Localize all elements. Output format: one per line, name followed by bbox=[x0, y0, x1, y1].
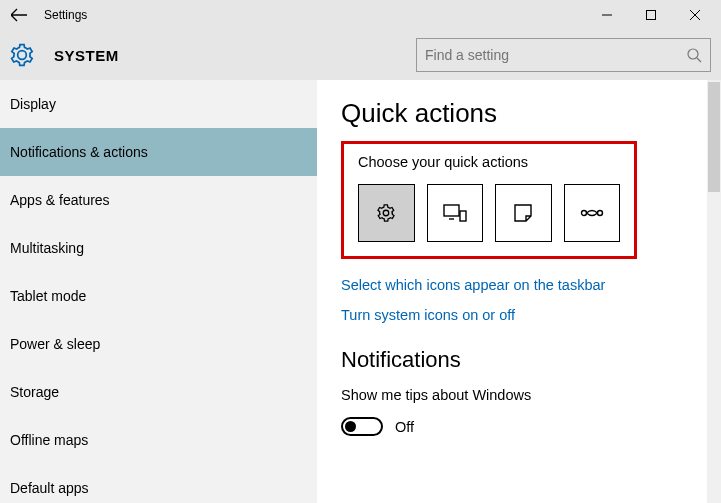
search-input[interactable] bbox=[425, 47, 686, 63]
sidebar-item-default-apps[interactable]: Default apps bbox=[0, 464, 317, 503]
window-title: Settings bbox=[44, 8, 87, 22]
svg-point-1 bbox=[688, 49, 698, 59]
sidebar-item-label: Notifications & actions bbox=[10, 144, 148, 160]
arrow-left-icon bbox=[11, 7, 27, 23]
maximize-button[interactable] bbox=[629, 0, 673, 30]
gear-icon bbox=[375, 202, 397, 224]
sidebar-item-label: Tablet mode bbox=[10, 288, 86, 304]
sidebar-item-label: Power & sleep bbox=[10, 336, 100, 352]
sidebar-item-multitasking[interactable]: Multitasking bbox=[0, 224, 317, 272]
svg-rect-3 bbox=[460, 211, 466, 221]
quick-actions-heading: Quick actions bbox=[341, 98, 721, 129]
link-taskbar-icons[interactable]: Select which icons appear on the taskbar bbox=[341, 277, 721, 293]
tile-vpn[interactable] bbox=[564, 184, 621, 242]
sidebar-item-storage[interactable]: Storage bbox=[0, 368, 317, 416]
notifications-heading: Notifications bbox=[341, 347, 721, 373]
tile-note[interactable] bbox=[495, 184, 552, 242]
titlebar: Settings bbox=[0, 0, 721, 30]
close-icon bbox=[690, 10, 700, 20]
sidebar-item-label: Storage bbox=[10, 384, 59, 400]
search-icon bbox=[686, 47, 702, 63]
tile-all-settings[interactable] bbox=[358, 184, 415, 242]
choose-label: Choose your quick actions bbox=[358, 154, 620, 170]
quick-action-tiles bbox=[358, 184, 620, 242]
vpn-icon bbox=[580, 206, 604, 220]
search-box[interactable] bbox=[416, 38, 711, 72]
tips-toggle[interactable] bbox=[341, 417, 383, 436]
sidebar-item-display[interactable]: Display bbox=[0, 80, 317, 128]
svg-point-4 bbox=[581, 211, 586, 216]
back-button[interactable] bbox=[4, 0, 34, 30]
tile-connect[interactable] bbox=[427, 184, 484, 242]
sidebar-item-power[interactable]: Power & sleep bbox=[0, 320, 317, 368]
sidebar-item-apps[interactable]: Apps & features bbox=[0, 176, 317, 224]
svg-rect-0 bbox=[647, 11, 656, 20]
content-area: Quick actions Choose your quick actions … bbox=[317, 80, 721, 503]
sidebar-item-label: Multitasking bbox=[10, 240, 84, 256]
quick-actions-highlight: Choose your quick actions bbox=[341, 141, 637, 259]
svg-rect-2 bbox=[444, 205, 459, 216]
note-icon bbox=[513, 203, 533, 223]
toggle-knob bbox=[345, 421, 356, 432]
sidebar-item-tablet[interactable]: Tablet mode bbox=[0, 272, 317, 320]
sidebar-item-label: Apps & features bbox=[10, 192, 110, 208]
link-system-icons[interactable]: Turn system icons on or off bbox=[341, 307, 721, 323]
minimize-icon bbox=[602, 10, 612, 20]
tips-label: Show me tips about Windows bbox=[341, 387, 721, 403]
scrollbar[interactable] bbox=[707, 80, 721, 503]
maximize-icon bbox=[646, 10, 656, 20]
gear-icon bbox=[8, 41, 36, 69]
connect-icon bbox=[443, 203, 467, 223]
page-title: SYSTEM bbox=[54, 47, 119, 64]
scrollbar-thumb[interactable] bbox=[708, 82, 720, 192]
svg-point-5 bbox=[597, 211, 602, 216]
header: SYSTEM bbox=[0, 30, 721, 80]
sidebar-item-label: Offline maps bbox=[10, 432, 88, 448]
tips-toggle-state: Off bbox=[395, 419, 414, 435]
sidebar-item-label: Display bbox=[10, 96, 56, 112]
sidebar-item-label: Default apps bbox=[10, 480, 89, 496]
sidebar-item-notifications[interactable]: Notifications & actions bbox=[0, 128, 317, 176]
close-button[interactable] bbox=[673, 0, 717, 30]
minimize-button[interactable] bbox=[585, 0, 629, 30]
sidebar: Display Notifications & actions Apps & f… bbox=[0, 80, 317, 503]
sidebar-item-offline-maps[interactable]: Offline maps bbox=[0, 416, 317, 464]
